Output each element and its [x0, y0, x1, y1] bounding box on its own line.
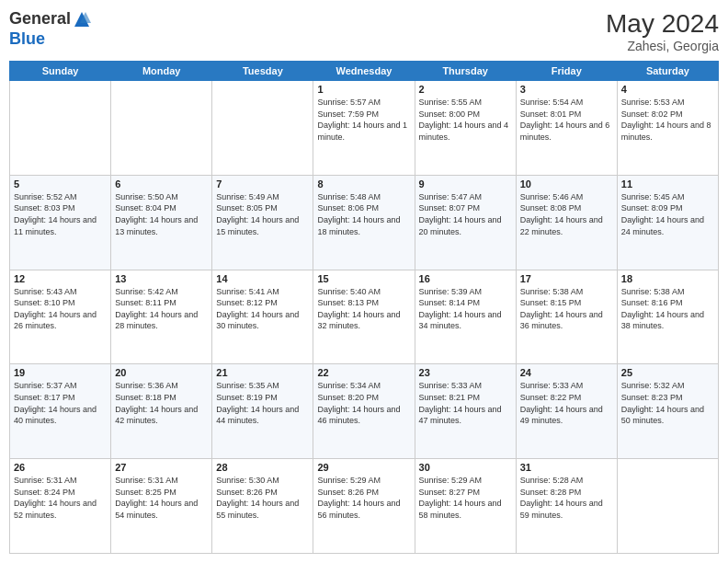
day-number: 4 — [621, 84, 714, 95]
calendar-cell: 1Sunrise: 5:57 AMSunset: 7:59 PMDaylight… — [313, 81, 415, 176]
calendar-cell: 9Sunrise: 5:47 AMSunset: 8:07 PMDaylight… — [415, 175, 516, 270]
day-number: 10 — [520, 178, 613, 190]
calendar-cell: 3Sunrise: 5:54 AMSunset: 8:01 PMDaylight… — [516, 81, 617, 176]
calendar-cell: 13Sunrise: 5:42 AMSunset: 8:11 PMDayligh… — [111, 270, 212, 364]
logo: General Blue — [9, 9, 91, 49]
calendar-cell: 17Sunrise: 5:38 AMSunset: 8:15 PMDayligh… — [516, 270, 617, 364]
calendar-body: 1Sunrise: 5:57 AMSunset: 7:59 PMDaylight… — [10, 81, 719, 554]
col-saturday: Saturday — [617, 62, 718, 81]
day-number: 30 — [419, 462, 512, 473]
day-info: Sunrise: 5:42 AMSunset: 8:11 PMDaylight:… — [115, 286, 208, 332]
calendar-cell: 18Sunrise: 5:38 AMSunset: 8:16 PMDayligh… — [617, 270, 718, 364]
page: General Blue May 2024 Zahesi, Georgia Su… — [0, 0, 728, 563]
day-info: Sunrise: 5:33 AMSunset: 8:21 PMDaylight:… — [419, 380, 512, 426]
day-number: 27 — [115, 462, 208, 473]
day-info: Sunrise: 5:31 AMSunset: 8:25 PMDaylight:… — [115, 475, 208, 521]
calendar-cell: 31Sunrise: 5:28 AMSunset: 8:28 PMDayligh… — [516, 459, 617, 554]
day-info: Sunrise: 5:36 AMSunset: 8:18 PMDaylight:… — [115, 380, 208, 426]
day-info: Sunrise: 5:28 AMSunset: 8:28 PMDaylight:… — [520, 475, 613, 521]
day-info: Sunrise: 5:35 AMSunset: 8:19 PMDaylight:… — [216, 380, 309, 426]
calendar-cell: 20Sunrise: 5:36 AMSunset: 8:18 PMDayligh… — [111, 364, 212, 459]
day-info: Sunrise: 5:52 AMSunset: 8:03 PMDaylight:… — [14, 191, 107, 237]
day-number: 21 — [216, 367, 309, 378]
day-number: 25 — [621, 367, 714, 378]
calendar-header: Sunday Monday Tuesday Wednesday Thursday… — [10, 62, 719, 81]
day-info: Sunrise: 5:33 AMSunset: 8:22 PMDaylight:… — [520, 380, 613, 426]
day-info: Sunrise: 5:50 AMSunset: 8:04 PMDaylight:… — [115, 191, 208, 237]
title-block: May 2024 Zahesi, Georgia — [606, 9, 719, 53]
calendar-week-1: 1Sunrise: 5:57 AMSunset: 7:59 PMDaylight… — [10, 81, 719, 176]
calendar-cell: 14Sunrise: 5:41 AMSunset: 8:12 PMDayligh… — [212, 270, 313, 364]
day-info: Sunrise: 5:41 AMSunset: 8:12 PMDaylight:… — [216, 286, 309, 332]
calendar-cell: 5Sunrise: 5:52 AMSunset: 8:03 PMDaylight… — [10, 175, 111, 270]
day-info: Sunrise: 5:38 AMSunset: 8:15 PMDaylight:… — [520, 286, 613, 332]
calendar-cell: 11Sunrise: 5:45 AMSunset: 8:09 PMDayligh… — [617, 175, 718, 270]
day-number: 9 — [419, 178, 512, 190]
col-sunday: Sunday — [10, 62, 111, 81]
day-number: 3 — [520, 84, 613, 95]
day-info: Sunrise: 5:29 AMSunset: 8:27 PMDaylight:… — [419, 475, 512, 521]
day-info: Sunrise: 5:40 AMSunset: 8:13 PMDaylight:… — [317, 286, 410, 332]
day-number: 8 — [317, 178, 410, 190]
day-info: Sunrise: 5:46 AMSunset: 8:08 PMDaylight:… — [520, 191, 613, 237]
day-number: 11 — [621, 178, 714, 190]
day-number: 13 — [115, 273, 208, 284]
col-monday: Monday — [111, 62, 212, 81]
day-number: 24 — [520, 367, 613, 378]
day-number: 29 — [317, 462, 410, 473]
header-row: Sunday Monday Tuesday Wednesday Thursday… — [10, 62, 719, 81]
calendar-cell: 7Sunrise: 5:49 AMSunset: 8:05 PMDaylight… — [212, 175, 313, 270]
calendar-week-2: 5Sunrise: 5:52 AMSunset: 8:03 PMDaylight… — [10, 175, 719, 270]
day-info: Sunrise: 5:53 AMSunset: 8:02 PMDaylight:… — [621, 97, 714, 143]
day-info: Sunrise: 5:31 AMSunset: 8:24 PMDaylight:… — [14, 475, 107, 521]
col-wednesday: Wednesday — [313, 62, 415, 81]
calendar-cell: 25Sunrise: 5:32 AMSunset: 8:23 PMDayligh… — [617, 364, 718, 459]
logo-general-text: General — [9, 9, 71, 29]
calendar-cell — [10, 81, 111, 176]
col-tuesday: Tuesday — [212, 62, 313, 81]
day-number: 19 — [14, 367, 107, 378]
day-number: 18 — [621, 273, 714, 284]
calendar-cell: 27Sunrise: 5:31 AMSunset: 8:25 PMDayligh… — [111, 459, 212, 554]
day-number: 5 — [14, 178, 107, 190]
day-info: Sunrise: 5:29 AMSunset: 8:26 PMDaylight:… — [317, 475, 410, 521]
calendar-table: Sunday Monday Tuesday Wednesday Thursday… — [9, 61, 719, 554]
calendar-cell: 28Sunrise: 5:30 AMSunset: 8:26 PMDayligh… — [212, 459, 313, 554]
day-number: 20 — [115, 367, 208, 378]
calendar-cell: 23Sunrise: 5:33 AMSunset: 8:21 PMDayligh… — [415, 364, 516, 459]
day-info: Sunrise: 5:55 AMSunset: 8:00 PMDaylight:… — [419, 97, 512, 143]
day-info: Sunrise: 5:39 AMSunset: 8:14 PMDaylight:… — [419, 286, 512, 332]
day-number: 28 — [216, 462, 309, 473]
day-number: 6 — [115, 178, 208, 190]
calendar-cell: 21Sunrise: 5:35 AMSunset: 8:19 PMDayligh… — [212, 364, 313, 459]
day-number: 26 — [14, 462, 107, 473]
calendar-cell: 12Sunrise: 5:43 AMSunset: 8:10 PMDayligh… — [10, 270, 111, 364]
day-info: Sunrise: 5:57 AMSunset: 7:59 PMDaylight:… — [317, 97, 410, 143]
day-number: 14 — [216, 273, 309, 284]
location: Zahesi, Georgia — [606, 39, 719, 53]
calendar-cell: 24Sunrise: 5:33 AMSunset: 8:22 PMDayligh… — [516, 364, 617, 459]
calendar-cell: 2Sunrise: 5:55 AMSunset: 8:00 PMDaylight… — [415, 81, 516, 176]
calendar-week-3: 12Sunrise: 5:43 AMSunset: 8:10 PMDayligh… — [10, 270, 719, 364]
header: General Blue May 2024 Zahesi, Georgia — [9, 9, 719, 53]
day-info: Sunrise: 5:38 AMSunset: 8:16 PMDaylight:… — [621, 286, 714, 332]
day-info: Sunrise: 5:47 AMSunset: 8:07 PMDaylight:… — [419, 191, 512, 237]
day-number: 16 — [419, 273, 512, 284]
calendar-cell: 16Sunrise: 5:39 AMSunset: 8:14 PMDayligh… — [415, 270, 516, 364]
calendar-cell: 4Sunrise: 5:53 AMSunset: 8:02 PMDaylight… — [617, 81, 718, 176]
calendar-cell: 15Sunrise: 5:40 AMSunset: 8:13 PMDayligh… — [313, 270, 415, 364]
day-number: 7 — [216, 178, 309, 190]
day-info: Sunrise: 5:30 AMSunset: 8:26 PMDaylight:… — [216, 475, 309, 521]
calendar-cell — [111, 81, 212, 176]
calendar-cell: 8Sunrise: 5:48 AMSunset: 8:06 PMDaylight… — [313, 175, 415, 270]
col-friday: Friday — [516, 62, 617, 81]
day-info: Sunrise: 5:37 AMSunset: 8:17 PMDaylight:… — [14, 380, 107, 426]
day-info: Sunrise: 5:43 AMSunset: 8:10 PMDaylight:… — [14, 286, 107, 332]
day-number: 1 — [317, 84, 410, 95]
month-year: May 2024 — [606, 9, 719, 39]
day-info: Sunrise: 5:54 AMSunset: 8:01 PMDaylight:… — [520, 97, 613, 143]
day-info: Sunrise: 5:45 AMSunset: 8:09 PMDaylight:… — [621, 191, 714, 237]
calendar-cell — [212, 81, 313, 176]
day-number: 31 — [520, 462, 613, 473]
col-thursday: Thursday — [415, 62, 516, 81]
